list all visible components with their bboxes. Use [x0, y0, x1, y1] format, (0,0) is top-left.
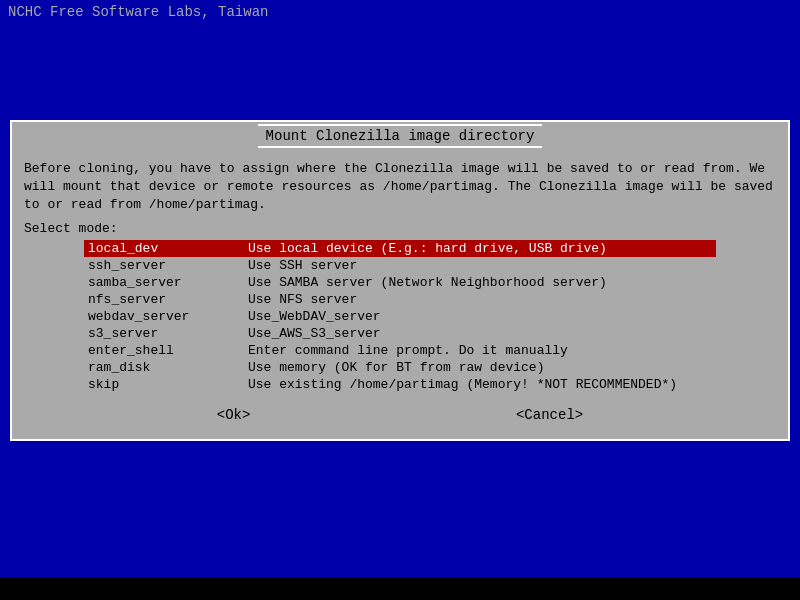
option-row-samba_server[interactable]: samba_serverUse SAMBA server (Network Ne…: [84, 274, 716, 291]
dialog-title: Mount Clonezilla image directory: [258, 124, 543, 148]
option-row-webdav_server[interactable]: webdav_serverUse_WebDAV_server: [84, 308, 716, 325]
description-text: Before cloning, you have to assign where…: [24, 160, 776, 215]
buttons-row: <Ok> <Cancel>: [24, 405, 776, 425]
option-key-nfs_server: nfs_server: [88, 292, 248, 307]
option-row-local_dev[interactable]: local_devUse local device (E.g.: hard dr…: [84, 240, 716, 257]
option-key-skip: skip: [88, 377, 248, 392]
option-key-samba_server: samba_server: [88, 275, 248, 290]
option-desc-local_dev: Use local device (E.g.: hard drive, USB …: [248, 241, 712, 256]
dialog: Mount Clonezilla image directory Before …: [10, 120, 790, 441]
bottom-bar: [0, 578, 800, 600]
cancel-button[interactable]: <Cancel>: [508, 405, 591, 425]
option-key-enter_shell: enter_shell: [88, 343, 248, 358]
option-key-ssh_server: ssh_server: [88, 258, 248, 273]
dialog-title-bar: Mount Clonezilla image directory: [12, 122, 788, 150]
option-row-ram_disk[interactable]: ram_diskUse memory (OK for BT from raw d…: [84, 359, 716, 376]
option-row-nfs_server[interactable]: nfs_serverUse NFS server: [84, 291, 716, 308]
dialog-content: Before cloning, you have to assign where…: [12, 154, 788, 439]
option-desc-ssh_server: Use SSH server: [248, 258, 712, 273]
option-desc-ram_disk: Use memory (OK for BT from raw device): [248, 360, 712, 375]
ok-button[interactable]: <Ok>: [209, 405, 259, 425]
option-desc-enter_shell: Enter command line prompt. Do it manuall…: [248, 343, 712, 358]
option-row-s3_server[interactable]: s3_serverUse_AWS_S3_server: [84, 325, 716, 342]
option-desc-s3_server: Use_AWS_S3_server: [248, 326, 712, 341]
desc-line3: to or read from /home/partimag.: [24, 196, 776, 214]
option-key-webdav_server: webdav_server: [88, 309, 248, 324]
top-bar: NCHC Free Software Labs, Taiwan: [0, 0, 800, 24]
top-bar-title: NCHC Free Software Labs, Taiwan: [8, 4, 268, 20]
option-row-ssh_server[interactable]: ssh_serverUse SSH server: [84, 257, 716, 274]
desc-line2: will mount that device or remote resourc…: [24, 178, 776, 196]
option-row-skip[interactable]: skipUse existing /home/partimag (Memory!…: [84, 376, 716, 393]
option-key-s3_server: s3_server: [88, 326, 248, 341]
desc-line1: Before cloning, you have to assign where…: [24, 160, 776, 178]
options-list: local_devUse local device (E.g.: hard dr…: [84, 240, 716, 393]
option-key-local_dev: local_dev: [88, 241, 248, 256]
option-desc-nfs_server: Use NFS server: [248, 292, 712, 307]
option-key-ram_disk: ram_disk: [88, 360, 248, 375]
option-desc-webdav_server: Use_WebDAV_server: [248, 309, 712, 324]
select-mode-label: Select mode:: [24, 221, 776, 236]
option-desc-skip: Use existing /home/partimag (Memory! *NO…: [248, 377, 712, 392]
option-desc-samba_server: Use SAMBA server (Network Neighborhood s…: [248, 275, 712, 290]
option-row-enter_shell[interactable]: enter_shellEnter command line prompt. Do…: [84, 342, 716, 359]
